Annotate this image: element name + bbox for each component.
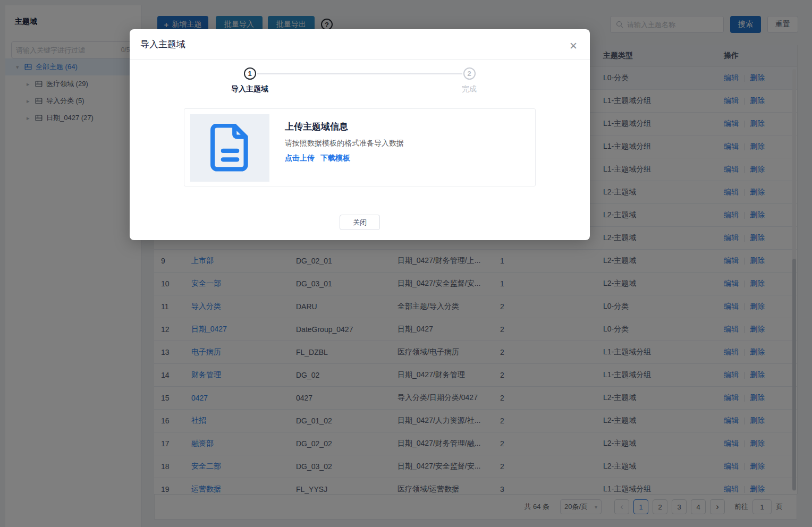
upload-links: 点击上传 下载模板 xyxy=(285,154,350,163)
upload-title: 上传主题域信息 xyxy=(285,121,348,133)
upload-description: 请按照数据模板的格式准备导入数据 xyxy=(285,139,404,148)
page: 主题域 0/50 ▾全部主题 (64)▸医疗领域 (29)▸导入分类 (5)▸日… xyxy=(0,0,812,527)
step-import: 1 导入主题域 xyxy=(218,67,282,94)
step-label: 导入主题域 xyxy=(218,84,282,94)
document-icon xyxy=(209,124,251,173)
step-label: 完成 xyxy=(437,84,501,94)
x-glyph: ✕ xyxy=(569,40,578,52)
import-subject-modal: 导入主题域 ✕ 1 导入主题域 2 完成 上传主题域信息 请按照数据模 xyxy=(130,29,590,240)
step-number: 2 xyxy=(463,67,476,80)
step-connector xyxy=(257,73,462,74)
modal-close-button[interactable]: 关闭 xyxy=(340,215,380,230)
modal-title: 导入主题域 xyxy=(140,38,185,50)
document-icon-tile xyxy=(190,114,269,182)
step-number: 1 xyxy=(244,67,256,80)
click-upload-link[interactable]: 点击上传 xyxy=(285,154,315,162)
upload-card: 上传主题域信息 请按照数据模板的格式准备导入数据 点击上传 下载模板 xyxy=(184,108,536,186)
step-finish: 2 完成 xyxy=(437,67,501,94)
download-template-link[interactable]: 下载模板 xyxy=(320,154,350,162)
close-icon[interactable]: ✕ xyxy=(568,40,579,52)
modal-close-label: 关闭 xyxy=(353,218,367,227)
modal-header: 导入主题域 xyxy=(130,29,590,60)
